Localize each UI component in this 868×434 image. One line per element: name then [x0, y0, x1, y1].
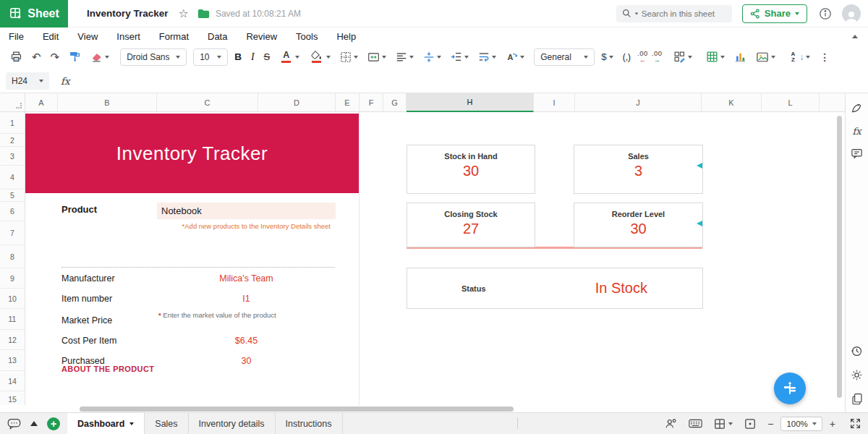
menu-review[interactable]: Review — [246, 31, 277, 42]
borders-icon[interactable] — [337, 49, 361, 65]
presence-icon[interactable] — [665, 418, 677, 429]
tab-dashboard[interactable]: Dashboard — [67, 413, 145, 434]
card-sales[interactable]: Sales 3 — [574, 145, 703, 194]
redo-icon[interactable]: ↷ — [48, 48, 63, 66]
formula-input[interactable] — [77, 72, 862, 90]
row-header[interactable]: 12 — [0, 330, 25, 350]
comments-panel-icon[interactable] — [851, 148, 863, 159]
zoom-in-button[interactable]: + — [830, 419, 835, 429]
row-header[interactable]: 15 — [0, 391, 25, 405]
menu-insert[interactable]: Insert — [116, 31, 140, 42]
status-card[interactable]: Status In Stock — [407, 268, 703, 309]
discuss-icon[interactable] — [7, 418, 21, 430]
number-format-select[interactable]: General — [534, 48, 595, 66]
tab-instructions[interactable]: Instructions — [276, 413, 343, 434]
row-header[interactable]: 5 — [0, 190, 25, 202]
row-header[interactable]: 2 — [0, 134, 25, 147]
column-header-e[interactable]: E — [336, 93, 359, 112]
row-header[interactable]: 9 — [0, 268, 25, 289]
format-painter-icon[interactable] — [66, 48, 84, 65]
row-header[interactable]: 11 — [0, 309, 25, 330]
menu-help[interactable]: Help — [336, 31, 356, 42]
user-avatar[interactable] — [842, 4, 861, 23]
comma-format-icon[interactable]: (,) — [620, 50, 634, 64]
row-header[interactable]: 13 — [0, 350, 25, 371]
cell-reference-box[interactable]: H24 — [6, 72, 49, 90]
eraser-icon[interactable] — [88, 48, 112, 65]
zia-assistant-icon[interactable] — [851, 102, 863, 114]
field-value-item-number[interactable]: I1 — [157, 294, 336, 304]
field-value-cost-per-item[interactable]: $6.45 — [157, 336, 336, 346]
font-size-select[interactable]: 10 — [193, 48, 228, 66]
menu-view[interactable]: View — [77, 31, 98, 42]
row-header[interactable]: 10 — [0, 289, 25, 309]
indent-icon[interactable] — [448, 49, 472, 64]
decrease-decimal-icon[interactable]: .00← — [637, 50, 648, 64]
functions-panel-icon[interactable]: fx — [852, 126, 861, 137]
horizontal-align-icon[interactable] — [393, 49, 417, 64]
sheet-list-icon[interactable] — [30, 421, 38, 426]
undo-icon[interactable]: ↶ — [29, 48, 44, 66]
folder-icon[interactable] — [197, 9, 210, 19]
bold-button[interactable]: B — [231, 49, 244, 64]
select-all-corner[interactable] — [0, 93, 25, 111]
column-header-a[interactable]: A — [25, 93, 58, 112]
card-stock-in-hand[interactable]: Stock in Hand 30 — [407, 145, 535, 194]
row-header[interactable]: 8 — [0, 245, 25, 268]
column-header-c[interactable]: C — [157, 93, 258, 112]
menu-data[interactable]: Data — [208, 31, 227, 42]
virtual-keyboard-icon[interactable] — [689, 419, 702, 428]
table-icon[interactable] — [703, 48, 728, 65]
theme-brightness-icon[interactable] — [851, 369, 863, 381]
column-header-k[interactable]: K — [702, 93, 762, 112]
row-header[interactable]: 7 — [0, 221, 25, 245]
horizontal-scrollbar[interactable] — [80, 407, 514, 412]
version-history-icon[interactable] — [851, 345, 863, 357]
font-family-select[interactable]: Droid Sans — [120, 48, 187, 66]
column-header-d[interactable]: D — [258, 93, 336, 112]
column-header-h[interactable]: H — [407, 93, 534, 112]
row-header[interactable]: 4 — [0, 166, 25, 190]
column-header-i[interactable]: I — [534, 93, 575, 112]
column-header-j[interactable]: J — [575, 93, 702, 112]
share-button[interactable]: Share — [742, 4, 807, 23]
field-label-market-price[interactable]: Market Price — [61, 315, 112, 326]
info-icon[interactable] — [819, 7, 832, 20]
tab-sales[interactable]: Sales — [145, 413, 188, 434]
clipboard-icon[interactable] — [851, 393, 863, 405]
conditional-format-icon[interactable] — [671, 48, 695, 65]
vertical-scrollbar[interactable] — [837, 116, 842, 398]
currency-format-icon[interactable]: $ — [598, 49, 616, 64]
app-logo[interactable]: Sheet — [0, 0, 68, 27]
sort-icon[interactable]: A Z ↓ — [786, 48, 814, 65]
menu-edit[interactable]: Edit — [43, 31, 59, 42]
card-closing-stock[interactable]: Closing Stock 27 — [407, 203, 535, 247]
field-label-item-number[interactable]: Item number — [61, 294, 112, 304]
image-icon[interactable] — [753, 49, 778, 65]
favorite-star-icon[interactable]: ☆ — [179, 8, 189, 20]
tab-inventory-details[interactable]: Inventory details — [189, 413, 276, 434]
text-rotate-icon[interactable]: A — [503, 49, 527, 65]
menu-file[interactable]: File — [9, 31, 24, 42]
chart-icon[interactable] — [731, 48, 749, 65]
fill-color-button[interactable] — [306, 47, 333, 67]
fullscreen-icon[interactable] — [850, 418, 861, 429]
column-header-g[interactable]: G — [383, 93, 407, 112]
row-header[interactable]: 1 — [0, 112, 25, 134]
wrap-text-icon[interactable] — [475, 49, 499, 64]
fx-icon[interactable]: fx — [61, 75, 70, 87]
collapse-toolbar-icon[interactable] — [852, 35, 858, 38]
document-title[interactable]: Inventory Tracker — [87, 8, 169, 19]
field-value-purchased[interactable]: 30 — [157, 356, 336, 366]
column-header-partial[interactable] — [820, 93, 845, 112]
menu-format[interactable]: Format — [159, 31, 189, 42]
vertical-align-icon[interactable] — [420, 49, 444, 65]
field-label-cost-per-item[interactable]: Cost Per Item — [61, 336, 116, 346]
focus-view-icon[interactable] — [744, 418, 756, 430]
row-header[interactable]: 14 — [0, 371, 25, 391]
column-header-b[interactable]: B — [58, 93, 157, 112]
text-color-button[interactable]: A — [276, 47, 302, 67]
search-box[interactable] — [616, 5, 732, 22]
product-value-cell[interactable]: Notebook — [157, 203, 336, 219]
italic-button[interactable]: I — [248, 49, 258, 65]
